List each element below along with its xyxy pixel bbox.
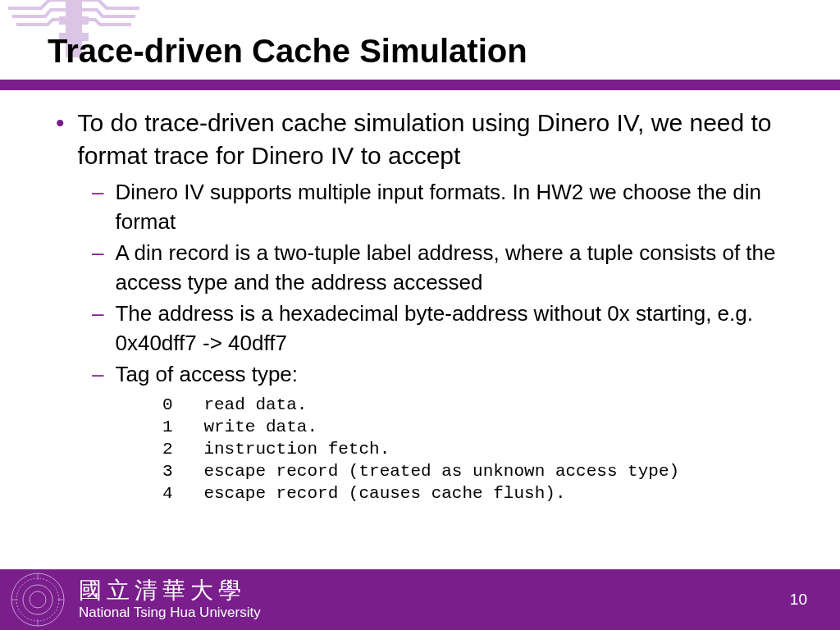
code-row: 3 escape record (treated as unknown acce… <box>162 460 799 482</box>
code-row: 1 write data. <box>162 416 799 438</box>
code-row: 4 escape record (causes cache flush). <box>162 482 799 504</box>
bullet-icon: • <box>56 107 65 172</box>
page-number: 10 <box>790 591 807 609</box>
dash-icon: – <box>92 177 103 236</box>
code-row: 0 read data. <box>162 394 799 416</box>
sub-bullet-text: The address is a hexadecimal byte-addres… <box>115 299 799 358</box>
svg-point-6 <box>30 591 46 608</box>
svg-point-5 <box>23 585 52 614</box>
svg-point-3 <box>11 573 64 626</box>
slide-footer: 國立清華大學 National Tsing Hua University 10 <box>0 569 840 630</box>
bullet-text: To do trace-driven cache simulation usin… <box>78 107 799 172</box>
slide-title: Trace-driven Cache Simulation <box>48 33 807 70</box>
sub-bullet-text: Dinero IV supports multiple input format… <box>115 177 799 236</box>
sub-bullet-text: A din record is a two-tuple label addres… <box>115 238 799 297</box>
dash-icon: – <box>92 359 103 389</box>
code-row: 2 instruction fetch. <box>162 438 799 460</box>
title-divider <box>0 80 840 90</box>
university-name-english: National Tsing Hua University <box>79 605 261 621</box>
university-seal-icon <box>10 572 66 628</box>
svg-rect-1 <box>59 16 89 25</box>
dash-icon: – <box>92 238 103 297</box>
dash-icon: – <box>92 299 103 358</box>
slide-content: • To do trace-driven cache simulation us… <box>56 107 799 504</box>
access-type-table: 0 read data. 1 write data. 2 instruction… <box>162 394 799 504</box>
university-name-chinese: 國立清華大學 <box>79 578 261 604</box>
sub-bullet-text: Tag of access type: <box>115 359 298 389</box>
